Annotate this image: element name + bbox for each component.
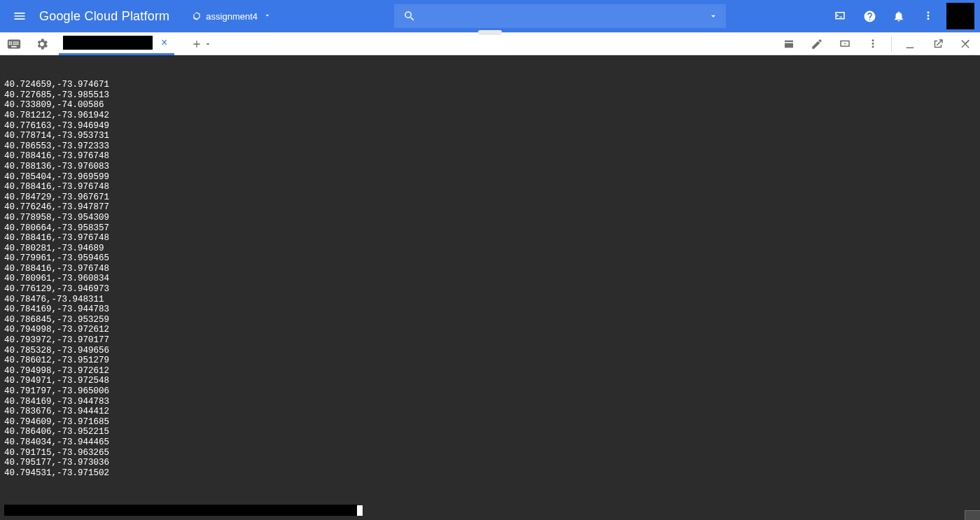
terminal-cursor (357, 505, 363, 516)
edit-pencil-icon[interactable] (803, 32, 831, 55)
terminal-line: 40.791715,-73.963265 (4, 448, 976, 458)
terminal-line: 40.781212,-73.961942 (4, 111, 976, 121)
terminal-line: 40.788416,-73.976748 (4, 182, 976, 192)
terminal-line: 40.794971,-73.972548 (4, 376, 976, 386)
terminal-line: 40.779961,-73.959465 (4, 253, 976, 264)
project-name: assignment4 (206, 11, 258, 22)
keyboard-icon[interactable] (0, 32, 28, 55)
project-picker[interactable]: assignment4 (185, 5, 279, 27)
terminal-line: 40.786406,-73.952215 (4, 427, 976, 437)
shell-tab-label (63, 36, 153, 50)
toolbar-divider (891, 36, 892, 52)
terminal-line: 40.784169,-73.944783 (4, 304, 976, 315)
cloud-shell-toolbar: × (0, 32, 980, 55)
terminal-line: 40.795177,-73.973036 (4, 458, 976, 468)
new-tab-button[interactable] (191, 38, 212, 50)
project-hexagon-icon (192, 11, 202, 21)
search-dropdown-icon[interactable] (701, 11, 726, 21)
terminal-line: 40.788416,-73.976748 (4, 233, 976, 244)
search-bar[interactable] (394, 4, 726, 28)
terminal-line: 40.786012,-73.951279 (4, 356, 976, 366)
terminal-line: 40.783676,-73.944412 (4, 407, 976, 417)
terminal-line: 40.727685,-73.985513 (4, 90, 976, 101)
nav-menu-button[interactable] (3, 0, 36, 32)
shell-tab-active[interactable]: × (59, 32, 174, 55)
terminal-line: 40.733809,-74.00586 (4, 100, 976, 111)
terminal-line: 40.788416,-73.976748 (4, 151, 976, 162)
terminal-prompt (4, 505, 357, 516)
terminal-line: 40.778714,-73.953731 (4, 131, 976, 141)
terminal-line: 40.778958,-73.954309 (4, 213, 976, 223)
terminal-line: 40.794531,-73.971502 (4, 468, 976, 479)
notifications-icon[interactable] (885, 0, 913, 32)
terminal-line: 40.785328,-73.949656 (4, 346, 976, 356)
terminal-line: 40.786553,-73.972333 (4, 141, 976, 152)
gcp-topbar: Google Cloud Platform assignment4 (0, 0, 980, 32)
terminal-line: 40.78476,-73.948311 (4, 295, 976, 305)
terminal-line: 40.776163,-73.946949 (4, 121, 976, 132)
terminal-line: 40.784034,-73.944465 (4, 437, 976, 448)
terminal-line: 40.724659,-73.974671 (4, 80, 976, 90)
chevron-down-icon (204, 40, 212, 48)
shell-overflow-icon[interactable] (859, 32, 887, 55)
cloud-shell-icon[interactable] (826, 0, 854, 32)
terminal-line: 40.793972,-73.970177 (4, 335, 976, 346)
terminal-output[interactable]: 40.724659,-73.97467140.727685,-73.985513… (0, 55, 980, 520)
help-icon[interactable] (855, 0, 883, 32)
terminal-line: 40.794609,-73.971685 (4, 417, 976, 428)
resize-grip[interactable] (478, 30, 502, 35)
terminal-line: 40.794998,-73.972612 (4, 366, 976, 377)
search-icon (394, 10, 425, 22)
web-preview-icon[interactable] (831, 32, 859, 55)
open-editor-icon[interactable] (775, 32, 803, 55)
terminal-line: 40.780664,-73.958357 (4, 223, 976, 234)
close-shell-icon[interactable] (952, 32, 980, 55)
search-input[interactable] (425, 10, 701, 22)
overflow-menu-icon[interactable] (914, 0, 942, 32)
terminal-line: 40.780281,-73.94689 (4, 244, 976, 254)
account-avatar[interactable] (946, 3, 974, 29)
topbar-right-icons (826, 0, 974, 32)
terminal-line: 40.776129,-73.946973 (4, 284, 976, 295)
terminal-line: 40.776246,-73.947877 (4, 202, 976, 213)
brand-title: Google Cloud Platform (36, 9, 175, 24)
terminal-line: 40.784169,-73.944783 (4, 397, 976, 407)
terminal-line: 40.780961,-73.960834 (4, 274, 976, 284)
close-tab-icon[interactable]: × (157, 36, 172, 49)
resize-corner[interactable] (965, 510, 980, 520)
open-new-window-icon[interactable] (924, 32, 952, 55)
caret-down-icon (263, 11, 272, 22)
terminal-line: 40.785404,-73.969599 (4, 172, 976, 183)
minimize-icon[interactable] (896, 32, 924, 55)
settings-gear-icon[interactable] (28, 32, 56, 55)
terminal-line: 40.788136,-73.976083 (4, 162, 976, 172)
terminal-line: 40.784729,-73.967671 (4, 192, 976, 203)
terminal-line: 40.794998,-73.972612 (4, 325, 976, 335)
terminal-line: 40.788416,-73.976748 (4, 264, 976, 274)
terminal-line: 40.786845,-73.953259 (4, 315, 976, 325)
terminal-line: 40.791797,-73.965006 (4, 386, 976, 397)
